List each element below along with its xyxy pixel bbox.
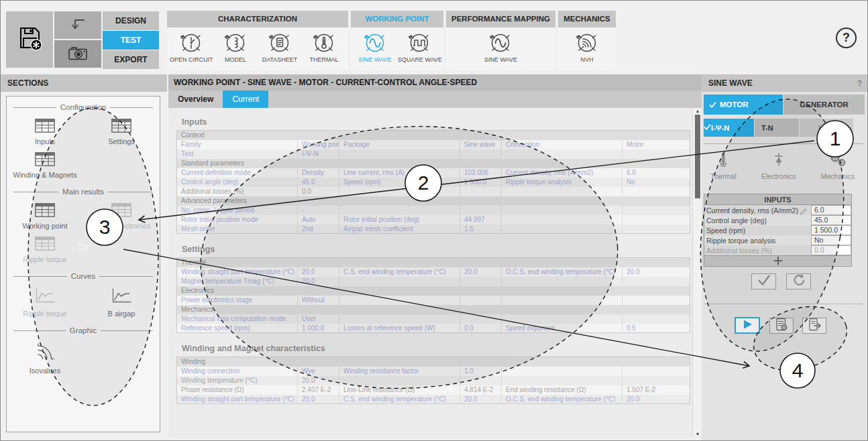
vertical-scrollbar[interactable]: ▲ ▼ — [692, 108, 702, 438]
table-section-row: Winding — [177, 357, 690, 367]
cell-label: Test — [177, 149, 298, 159]
cell-value — [622, 367, 690, 376]
export-results-button[interactable] — [802, 318, 826, 334]
table-inputs: ContextFamilyWorking pointPackageSine wa… — [176, 130, 690, 234]
tab-current[interactable]: Current — [223, 90, 268, 108]
save-button[interactable] — [6, 11, 53, 68]
cell-value: 2.407 E-2 — [298, 385, 339, 395]
table-section-row: Thermal — [177, 258, 690, 267]
test-item-characterization-open-circuit[interactable]: OPEN CIRCUIT — [170, 29, 213, 63]
test-item-working-point-sine-wave[interactable]: SINE WAVE — [354, 29, 396, 63]
report-button[interactable] — [769, 318, 794, 334]
sidebar-item-isovalues[interactable]: Isovalues — [7, 337, 83, 377]
sine-wave-icon — [488, 46, 513, 57]
tab-motor-label: MOTOR — [720, 101, 749, 109]
tab-generator[interactable]: GENERATOR — [783, 94, 865, 115]
table-icon — [111, 123, 131, 135]
camera-icon — [68, 45, 88, 64]
scrollbar-thumb[interactable] — [695, 115, 700, 198]
cell-label: Winding connection — [177, 367, 298, 376]
test-button[interactable]: TEST — [103, 31, 159, 50]
test-groups-toolbar: CHARACTERIZATIONOPEN CIRCUITMODELDATASHE… — [167, 11, 616, 70]
cell-label: O.C.S. end winding temperature (°C) — [502, 267, 622, 277]
tab-i-psi-n[interactable]: I-Ψ-N — [704, 119, 754, 137]
sidebar-item-ripple-torque[interactable]: Ripple torque — [7, 283, 83, 320]
snapshot-button[interactable] — [54, 40, 101, 68]
toolbar-group-performance-mapping: PERFORMANCE MAPPINGSINE WAVE — [446, 11, 555, 70]
add-input-button[interactable] — [704, 255, 851, 266]
cell-value: 1.5 — [460, 225, 502, 234]
scroll-down-arrow[interactable]: ▼ — [693, 431, 702, 438]
sidebar-item-b-airgap[interactable]: B airgap — [83, 283, 160, 320]
export-button[interactable]: EXPORT — [103, 50, 159, 69]
input-value-field[interactable]: 45.0 — [811, 215, 851, 225]
undo-button[interactable] — [54, 11, 101, 39]
cell-value: 1 000.0 — [298, 324, 339, 333]
cell-value: Density — [298, 168, 339, 178]
section-heading-inputs: Inputs — [182, 117, 692, 127]
sidebar-item-inputs[interactable]: Inputs — [7, 114, 83, 147]
input-value-field[interactable]: 6.0 — [811, 205, 851, 215]
panel-help-icon[interactable]: ? — [857, 78, 862, 88]
sidebar-item-settings[interactable]: Settings — [83, 114, 160, 147]
reset-button[interactable] — [786, 273, 811, 290]
sidebar-item-winding-magnets[interactable]: Winding & Magnets — [7, 147, 83, 181]
sidebar-item-working-point[interactable]: Working point — [7, 198, 83, 232]
cell-label — [502, 367, 622, 376]
test-item-characterization-thermal[interactable]: THERMAL — [303, 29, 345, 63]
cell-label: Additional losses (%) — [177, 187, 298, 196]
tab-t-n[interactable]: T-N — [755, 119, 799, 137]
cell-value: Auto — [298, 215, 339, 225]
cell-value — [622, 187, 690, 196]
cell-value: - — [298, 206, 339, 215]
shortcut-label: Thermal — [710, 172, 737, 180]
input-value-field[interactable]: 1 500.0 — [811, 225, 851, 235]
input-value-field[interactable]: 0.0 — [811, 245, 851, 255]
sidebar-item-power-electronics[interactable]: Power electronics — [83, 198, 160, 232]
play-icon — [740, 317, 755, 334]
run-test-button[interactable] — [735, 317, 760, 334]
open-circuit-icon — [178, 46, 204, 57]
input-row-current-density-rms-a-mm2: Current density, rms (A/mm2)6.0 — [704, 205, 851, 215]
cell-value — [460, 206, 502, 215]
cell-label: Winding straight part temperature (°C) — [177, 395, 298, 404]
cell-label — [339, 314, 460, 324]
cell-value: 103.006 — [460, 168, 502, 178]
table-row: Rotor initial position modeAutoRotor ini… — [177, 215, 690, 225]
input-row-ripple-torque-analysis: Ripple torque analysisNo — [704, 235, 851, 245]
test-item-mechanics-nvh[interactable]: NVH — [565, 29, 608, 63]
settings-shortcut-mechanics[interactable]: Mechanics — [821, 151, 855, 180]
test-item-working-point-square-wave[interactable]: SQUARE WAVE — [398, 29, 441, 63]
settings-shortcut-thermal[interactable]: Thermal — [710, 151, 737, 180]
test-item-characterization-datasheet[interactable]: DATASHEET — [258, 29, 301, 63]
test-item-label: DATASHEET — [258, 56, 301, 63]
sidebar-item-ripple-torque[interactable]: Ripple torque — [7, 232, 83, 265]
cell-value: Wye — [298, 367, 339, 376]
table-icon — [35, 157, 55, 168]
apply-button[interactable] — [751, 273, 776, 290]
right-panel-title: SINE WAVE — [708, 78, 857, 88]
cell-label: Control angle (deg) — [177, 178, 298, 187]
tab-overview[interactable]: Overview — [168, 90, 223, 108]
table-row: Mechanical loss computation modeUser — [177, 314, 690, 324]
scroll-up-arrow[interactable]: ▲ — [693, 108, 702, 115]
tab-motor[interactable]: MOTOR — [704, 94, 783, 115]
help-button[interactable]: ? — [836, 27, 857, 48]
cell-label: Current definition mode — [177, 168, 298, 178]
cell-label: Power electronics stage — [177, 296, 298, 305]
cell-label — [502, 225, 622, 234]
input-value-field[interactable]: No — [811, 235, 851, 245]
test-type-tabs: I-Ψ-N T-N I-U — [704, 119, 853, 137]
cell-value — [460, 376, 502, 385]
test-item-performance-mapping-sine-wave[interactable]: SINE WAVE — [479, 29, 522, 63]
cell-value — [460, 296, 502, 305]
test-item-characterization-model[interactable]: MODEL — [214, 29, 257, 63]
design-button[interactable]: DESIGN — [103, 11, 159, 30]
edit-icon[interactable] — [800, 206, 808, 215]
cell-value — [622, 376, 690, 385]
table-icon — [35, 241, 55, 253]
settings-shortcut-electronics[interactable]: Electronics — [761, 151, 796, 180]
cell-value: 0.0 — [460, 324, 502, 333]
table-row: Winding temperature (°C)20.0 — [177, 376, 690, 385]
tab-i-u[interactable]: I-U — [800, 119, 853, 137]
